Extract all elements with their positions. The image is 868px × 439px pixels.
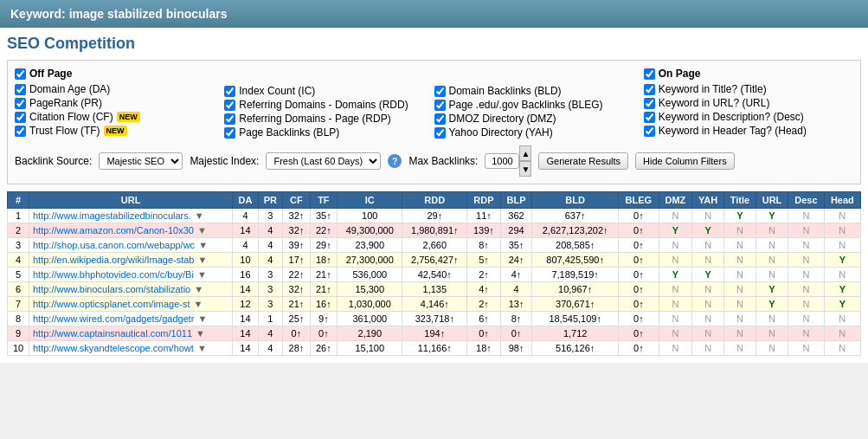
url-dropdown-arrow[interactable]: ▼ — [194, 299, 203, 309]
row-yah: N — [692, 297, 724, 312]
row-pr: 4 — [258, 326, 283, 341]
row-url-link[interactable]: http://en.wikipedia.org/wiki/Image-stab — [33, 255, 194, 265]
row-url-link[interactable]: http://www.imagestabilizedbinoculars. — [33, 210, 191, 221]
filter-pr: PageRank (PR) — [15, 97, 224, 109]
filter-desc: Keyword in Description? (Desc) — [644, 111, 853, 123]
row-desc: N — [788, 253, 825, 268]
bld-checkbox[interactable] — [434, 86, 446, 97]
row-rdd: 11,166↑ — [402, 341, 467, 356]
row-title: N — [723, 341, 755, 356]
row-tf: 18↑ — [310, 253, 337, 268]
backlinks-increment[interactable]: ▲ — [519, 145, 531, 161]
off-page-checkbox[interactable] — [15, 68, 26, 80]
blp-checkbox[interactable] — [224, 127, 235, 139]
max-backlinks-stepper: ▲ ▼ — [485, 145, 531, 177]
hide-column-filters-button[interactable]: Hide Column Filters — [635, 152, 735, 170]
row-rdp: 8↑ — [467, 238, 501, 253]
row-cf: 0↑ — [283, 326, 310, 341]
row-cf: 32↑ — [283, 223, 310, 238]
row-ic: 23,900 — [338, 238, 402, 253]
tf-checkbox[interactable] — [15, 126, 26, 137]
row-url-link[interactable]: http://www.opticsplanet.com/image-st — [33, 299, 190, 309]
backlink-source-label: Backlink Source: — [15, 155, 92, 167]
row-url-link[interactable]: http://www.captainsnautical.com/1011 — [33, 328, 192, 339]
url-dropdown-arrow[interactable]: ▼ — [194, 284, 203, 294]
col-yah: YAH — [692, 192, 724, 209]
row-url: http://www.opticsplanet.com/image-st▼ — [29, 297, 233, 312]
row-url-link[interactable]: http://www.bhphotovideo.com/c/buy/Bi — [33, 269, 194, 280]
row-url-kw: N — [755, 253, 788, 268]
url-dropdown-arrow[interactable]: ▼ — [197, 225, 207, 236]
row-tf: 0↑ — [310, 326, 337, 341]
row-bleg: 0↑ — [619, 209, 659, 223]
url-dropdown-arrow[interactable]: ▼ — [197, 269, 207, 280]
row-da: 10 — [233, 253, 258, 268]
row-url-link[interactable]: http://shop.usa.canon.com/webapp/wc — [33, 240, 195, 250]
row-url: http://www.amazon.com/Canon-10x30▼ — [29, 223, 233, 238]
row-num: 4 — [8, 253, 29, 268]
row-num: 1 — [8, 209, 29, 223]
dmz-checkbox[interactable] — [434, 113, 446, 125]
da-checkbox[interactable] — [15, 84, 26, 95]
row-dmz: N — [659, 282, 692, 297]
row-url-link[interactable]: http://www.skyandtelescope.com/howt — [33, 343, 194, 353]
majestic-index-select[interactable]: Fresh (Last 60 Days) Historic — [266, 152, 381, 170]
row-da: 14 — [233, 312, 258, 326]
pr-checkbox[interactable] — [15, 98, 26, 109]
url-dropdown-arrow[interactable]: ▼ — [197, 255, 207, 265]
yah-checkbox[interactable] — [434, 127, 446, 139]
main-content: SEO Competition Off Page Domain Age (DA)… — [0, 28, 868, 363]
col-title: Title — [723, 192, 755, 209]
row-da: 14 — [233, 223, 258, 238]
ic-checkbox[interactable] — [224, 86, 235, 97]
backlink-source-select[interactable]: Majestic SEO Ahrefs Moz — [99, 152, 183, 170]
row-bleg: 0↑ — [619, 297, 659, 312]
url-dropdown-arrow[interactable]: ▼ — [198, 240, 208, 250]
row-url: http://www.imagestabilizedbinoculars.▼ — [29, 209, 233, 223]
url-dropdown-arrow[interactable]: ▼ — [197, 313, 207, 324]
row-da: 4 — [233, 238, 258, 253]
generate-results-button[interactable]: Generate Results — [538, 152, 628, 170]
row-desc: N — [788, 297, 825, 312]
table-row: 7http://www.opticsplanet.com/image-st▼12… — [8, 297, 861, 312]
row-bleg: 0↑ — [619, 341, 659, 356]
row-rdp: 5↑ — [467, 253, 501, 268]
title-checkbox[interactable] — [644, 84, 655, 95]
row-url: http://www.binoculars.com/stabilizatio▼ — [29, 282, 233, 297]
desc-checkbox[interactable] — [644, 112, 655, 123]
off-page-col: Off Page Domain Age (DA) PageRank (PR) C… — [15, 68, 224, 140]
url-dropdown-arrow[interactable]: ▼ — [196, 328, 205, 339]
rdd-checkbox[interactable] — [224, 100, 235, 111]
rdp-checkbox[interactable] — [224, 113, 235, 125]
off-page-header: Off Page — [15, 68, 224, 80]
row-url-link[interactable]: http://www.amazon.com/Canon-10x30 — [33, 225, 194, 236]
row-tf: 21↑ — [310, 268, 337, 282]
row-num: 8 — [8, 312, 29, 326]
row-num: 3 — [8, 238, 29, 253]
row-ic: 2,190 — [338, 326, 402, 341]
row-num: 7 — [8, 297, 29, 312]
row-title: N — [723, 268, 755, 282]
url-kw-checkbox[interactable] — [644, 98, 655, 109]
row-rdp: 4↑ — [467, 282, 501, 297]
max-backlinks-input[interactable] — [485, 153, 519, 169]
url-dropdown-arrow[interactable]: ▼ — [195, 210, 204, 221]
row-bleg: 0↑ — [619, 238, 659, 253]
cf-checkbox[interactable] — [15, 112, 26, 123]
backlinks-decrement[interactable]: ▼ — [519, 161, 531, 177]
filter-da: Domain Age (DA) — [15, 83, 224, 95]
filter-url-kw: Keyword in URL? (URL) — [644, 97, 853, 109]
url-dropdown-arrow[interactable]: ▼ — [197, 343, 207, 353]
row-bleg: 0↑ — [619, 253, 659, 268]
on-page-checkbox[interactable] — [644, 68, 655, 80]
row-url-link[interactable]: http://www.binoculars.com/stabilizatio — [33, 284, 190, 294]
head-checkbox[interactable] — [644, 126, 655, 137]
table-row: 8http://www.wired.com/gadgets/gadgetr▼14… — [8, 312, 861, 326]
bleg-checkbox[interactable] — [434, 100, 446, 111]
row-url-link[interactable]: http://www.wired.com/gadgets/gadgetr — [33, 313, 194, 324]
row-head: N — [824, 223, 860, 238]
row-da: 16 — [233, 268, 258, 282]
results-table: # URL DA PR CF TF IC RDD RDP BLP BLD BLE… — [7, 191, 861, 356]
help-button[interactable]: ? — [388, 154, 402, 168]
row-url: http://www.skyandtelescope.com/howt▼ — [29, 341, 233, 356]
